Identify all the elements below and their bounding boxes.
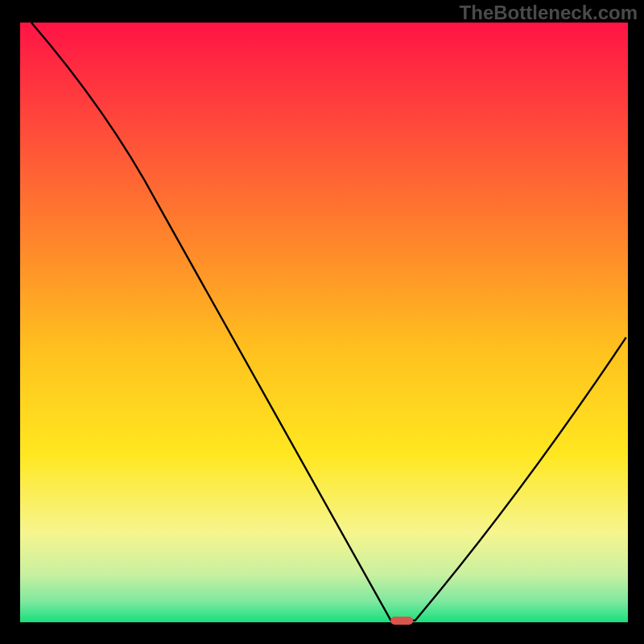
bottleneck-chart (0, 0, 644, 644)
watermark-text: TheBottleneck.com (460, 2, 638, 24)
chart-container: { "watermark": "TheBottleneck.com", "cha… (0, 0, 644, 644)
plot-background (20, 23, 628, 622)
optimum-marker (390, 617, 413, 625)
